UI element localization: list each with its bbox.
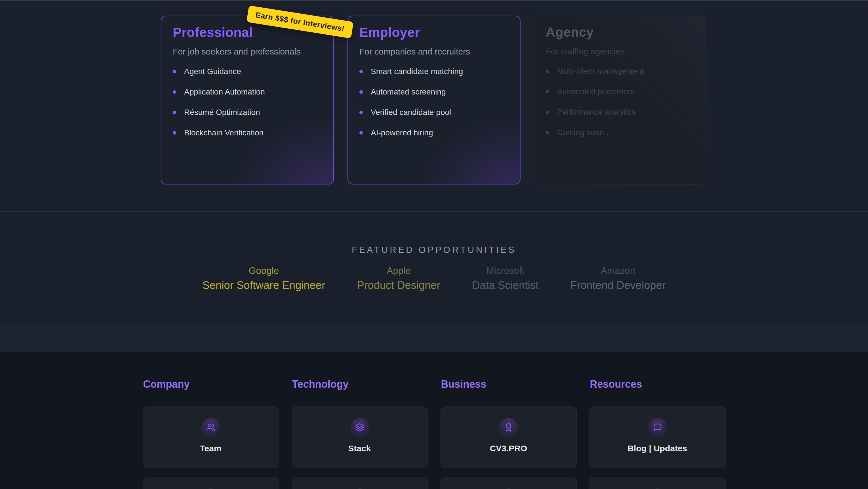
- plan-subtitle: For job seekers and professionals: [173, 47, 322, 57]
- footer-column-heading: Technology: [292, 378, 428, 391]
- job-role: Senior Software Engineer: [203, 279, 326, 292]
- job-company: Microsoft: [472, 265, 538, 277]
- plan-feature: Coming soon...: [546, 128, 695, 137]
- plan-card-agency: Agency For staffing agencies Multi-clien…: [534, 16, 707, 184]
- plan-card-employer[interactable]: Employer For companies and recruiters Sm…: [347, 16, 521, 184]
- plan-feature: Automated screening: [360, 87, 508, 96]
- featured-opportunities-section: FEATURED OPPORTUNITIES Google Senior Sof…: [0, 212, 868, 324]
- pricing-section: Earn $$$ for Interviews! Professional Fo…: [0, 1, 868, 212]
- featured-job-microsoft[interactable]: Microsoft Data Scientist: [472, 265, 538, 292]
- footer-column-heading: Resources: [590, 378, 725, 391]
- plan-title: Employer: [360, 25, 508, 40]
- plan-feature: Performance analytics: [546, 108, 695, 117]
- footer-column-heading: Company: [143, 378, 279, 391]
- plan-feature-list: Multi-client management Automated placem…: [546, 67, 695, 137]
- footer-card-blog[interactable]: Blog | Updates: [589, 406, 725, 468]
- footer-card-label: Team: [143, 443, 279, 453]
- plan-feature: Smart candidate matching: [360, 67, 508, 76]
- footer-column-heading: Business: [441, 378, 577, 391]
- footer-column-resources: Resources Blog | Updates: [589, 378, 725, 489]
- plan-subtitle: For staffing agencies: [546, 46, 695, 56]
- layers-icon: [350, 418, 369, 437]
- footer-card-label: Stack: [292, 443, 428, 453]
- plan-feature: Application Automation: [173, 87, 322, 96]
- footer-card-partial[interactable]: [440, 477, 577, 489]
- plan-feature-list: Smart candidate matching Automated scree…: [360, 67, 508, 137]
- featured-job-apple[interactable]: Apple Product Designer: [357, 265, 440, 292]
- plan-card-professional[interactable]: Professional For job seekers and profess…: [161, 16, 334, 184]
- footer-card-partial[interactable]: [143, 477, 279, 489]
- footer-column-technology: Technology Stack: [291, 378, 428, 489]
- plan-feature: Blockchain Verification: [173, 128, 322, 137]
- plan-feature: AI-powered hiring: [360, 128, 508, 137]
- message-square-icon: [648, 418, 667, 437]
- users-icon: [202, 418, 220, 437]
- job-role: Data Scientist: [472, 279, 538, 292]
- plan-feature: Agent Guidance: [173, 67, 322, 76]
- plan-feature: Automated placement: [546, 87, 695, 96]
- featured-job-amazon[interactable]: Amazon Frontend Developer: [570, 265, 666, 292]
- footer-card-stack[interactable]: Stack: [291, 406, 428, 468]
- plan-cards-row: Professional For job seekers and profess…: [0, 1, 868, 184]
- footer-card-label: CV3.PRO: [441, 443, 577, 453]
- plan-title: Agency: [546, 24, 695, 40]
- footer-column-business: Business CV3.PRO: [440, 378, 577, 489]
- footer-card-cv3pro[interactable]: CV3.PRO: [440, 406, 577, 468]
- featured-heading: FEATURED OPPORTUNITIES: [0, 244, 868, 255]
- plan-feature: Résumé Optimization: [173, 108, 322, 117]
- featured-job-google[interactable]: Google Senior Software Engineer: [203, 265, 326, 292]
- footer-card-team[interactable]: Team: [143, 406, 279, 468]
- footer-card-partial[interactable]: [589, 477, 725, 489]
- featured-jobs-carousel: Google Senior Software Engineer Apple Pr…: [0, 265, 868, 292]
- footer-card-partial[interactable]: [291, 477, 428, 489]
- footer-card-label: Blog | Updates: [590, 443, 725, 453]
- job-company: Amazon: [570, 265, 666, 277]
- footer-column-company: Company Team: [143, 378, 279, 489]
- job-role: Product Designer: [357, 279, 440, 292]
- plan-feature: Multi-client management: [546, 67, 695, 76]
- job-company: Apple: [357, 265, 440, 277]
- plan-subtitle: For companies and recruiters: [360, 47, 508, 57]
- plan-feature: Verified candidate pool: [360, 108, 508, 117]
- award-icon: [499, 418, 518, 437]
- footer-grid: Company Team Technology Stack: [143, 378, 725, 489]
- footer: Company Team Technology Stack: [0, 352, 868, 489]
- plan-feature-list: Agent Guidance Application Automation Ré…: [173, 67, 322, 137]
- job-company: Google: [203, 265, 326, 277]
- job-role: Frontend Developer: [570, 279, 666, 292]
- section-spacer: [0, 324, 868, 352]
